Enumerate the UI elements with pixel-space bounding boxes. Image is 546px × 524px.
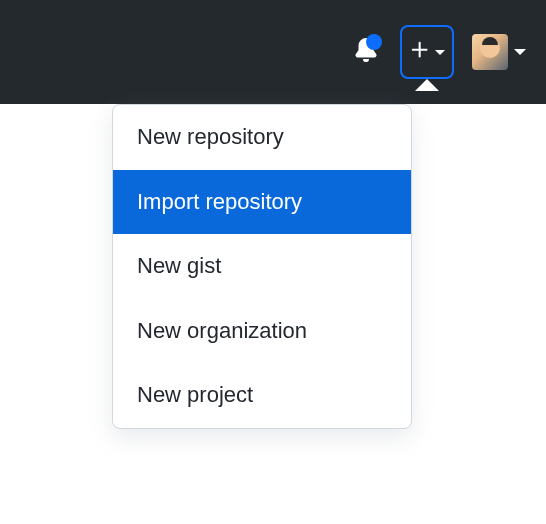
plus-icon [409, 39, 431, 65]
top-header [0, 0, 546, 104]
notifications-button[interactable] [350, 36, 382, 68]
notification-unread-dot [366, 34, 382, 50]
menu-item-new-project[interactable]: New project [113, 363, 411, 428]
avatar [472, 34, 508, 70]
menu-item-new-gist[interactable]: New gist [113, 234, 411, 299]
create-new-dropdown: New repository Import repository New gis… [112, 104, 412, 429]
chevron-down-icon [514, 49, 526, 55]
menu-item-import-repository[interactable]: Import repository [113, 170, 411, 235]
user-menu-button[interactable] [472, 34, 526, 70]
dropdown-pointer [415, 79, 439, 91]
menu-item-new-repository[interactable]: New repository [113, 105, 411, 170]
chevron-down-icon [435, 50, 445, 55]
menu-item-new-organization[interactable]: New organization [113, 299, 411, 364]
create-new-button[interactable] [400, 25, 454, 79]
